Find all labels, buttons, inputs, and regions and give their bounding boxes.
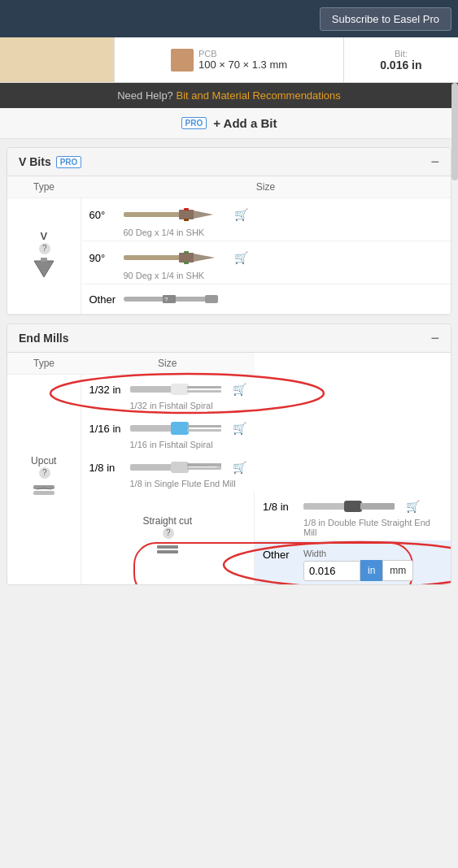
svg-rect-30 [187,467,221,470]
unit-in-button[interactable]: in [360,560,382,581]
upcut-help-icon[interactable]: ? [39,467,50,479]
vbits-col-size: Size [81,176,451,198]
upcut-1-32-cart-icon[interactable]: 🛒 [233,383,246,396]
straight-1-8-cell: 1/8 in 🛒 1/8 in Double Flute Straight En… [255,492,451,540]
vbit-60-desc: 60 Deg x 1/4 in SHK [89,228,443,237]
vbits-section: V Bits PRO − Type Size V ? [7,147,451,315]
straight-other-cell: Other Width in mm [255,540,451,584]
width-input-group: Width in mm [303,549,413,581]
svg-rect-3 [179,210,194,219]
upcut-1-8-image [130,456,228,479]
upcut-1-32-label: 1/32 in [89,384,125,396]
svg-marker-4 [194,210,213,219]
vbit-other-label: Other [89,293,119,306]
upcut-1-16-cell: 1/16 in 🛒 1/16 in Fishtail Spiral [81,414,255,453]
upcut-1-32-desc: 1/32 in Fishtail Spiral [89,401,246,410]
svg-marker-0 [34,261,54,277]
vbits-collapse-icon[interactable]: − [430,154,439,169]
svg-rect-32 [157,550,178,553]
upcut-1-32-cell: 1/32 in 🛒 1/32 in Fishtail Spiral [81,375,255,414]
straight-shape-icon [154,539,181,558]
endmills-collapse-icon[interactable]: − [430,331,439,345]
vbits-table: Type Size V ? [7,176,451,315]
help-bar: Need Help? Bit and Material Recommendati… [0,83,458,108]
upcut-1-8-label: 1/8 in [89,462,125,474]
upcut-1-8-cart-icon[interactable]: 🛒 [233,461,246,474]
add-bit-label[interactable]: + Add a Bit [213,116,277,130]
vbit-60-size: 60° 🛒 60 Deg x 1/4 in SHK [81,198,451,241]
svg-rect-13 [205,295,218,303]
bit-label: Bit: [395,49,408,59]
svg-rect-20 [187,386,221,388]
scrollbar[interactable] [451,83,458,180]
endmills-section: End Mills − Type Size Upcut ? [7,323,451,585]
width-input[interactable] [303,561,360,581]
svg-rect-5 [184,208,189,210]
svg-rect-7 [124,255,181,260]
svg-rect-17 [33,491,55,495]
bit-value: 0.016 in [380,59,421,72]
endmills-title: End Mills [19,332,68,345]
header-bit: Bit: 0.016 in [343,37,458,82]
svg-rect-23 [130,425,175,432]
vbit-90-image [124,245,229,271]
svg-rect-35 [360,503,395,510]
svg-text:?: ? [164,296,168,303]
svg-marker-9 [194,254,215,262]
vbit-help-icon[interactable]: ? [39,243,50,254]
header-left [0,37,114,82]
help-link[interactable]: Bit and Material Recommendations [176,89,340,102]
straight-1-8-cart-icon[interactable]: 🛒 [406,500,420,513]
unit-mm-button[interactable]: mm [382,560,413,581]
upcut-row-1: Upcut ? 1/32 in [7,375,451,414]
vbit-shape-icon [31,254,57,280]
endmills-table: Type Size Upcut ? [7,353,451,584]
vbit-row-60: V ? 60° [7,198,451,241]
svg-rect-28 [171,462,189,473]
upcut-1-16-image [130,417,228,440]
straight-help-icon[interactable]: ? [163,527,174,539]
svg-rect-33 [303,503,348,510]
vbits-pro-badge: PRO [56,156,82,168]
svg-rect-8 [179,253,194,263]
straight-1-8-label: 1/8 in [263,501,299,513]
svg-rect-27 [130,464,175,471]
subscribe-button[interactable]: Subscribe to Easel Pro [320,7,451,31]
upcut-1-16-desc: 1/16 in Fishtail Spiral [89,440,246,449]
svg-rect-25 [187,425,221,427]
vbit-90-cart-icon[interactable]: 🛒 [234,251,248,264]
vbits-col-type: Type [7,176,81,198]
svg-rect-18 [130,386,175,393]
vbit-type-label: V [15,230,72,242]
pro-badge: PRO [181,117,207,129]
vbit-other-size: Other ? [81,284,451,315]
help-text: Need Help? [117,89,173,102]
svg-rect-34 [344,501,362,512]
straight-1-8-image [303,495,401,518]
straight-1-8-desc: 1/8 in Double Flute Straight End Mill [263,518,443,537]
upcut-1-8-desc: 1/8 in Single Flute End Mill [89,479,246,488]
width-label: Width [303,549,413,558]
svg-rect-1 [41,258,47,262]
vbit-90-size: 90° 🛒 90 Deg x 1/4 in SHK [81,241,451,284]
svg-rect-10 [184,251,189,254]
vbits-header: V Bits PRO − [7,148,451,176]
svg-rect-26 [187,429,221,432]
straight-other-label: Other [263,549,299,561]
upcut-type-cell: Upcut ? [7,375,81,585]
svg-rect-24 [171,422,189,435]
svg-rect-19 [171,384,189,395]
vbit-60-label: 60° [89,209,119,221]
vbits-title: V Bits PRO [19,155,81,168]
vbit-60-cart-icon[interactable]: 🛒 [234,208,248,221]
pcb-label: PCB [198,49,287,59]
upcut-1-32-image [130,378,228,401]
header-pcb: PCB 100 × 70 × 1.3 mm [114,37,343,82]
endmills-header: End Mills − [7,324,451,353]
upcut-1-8-cell: 1/8 in 🛒 1/8 in Single Flute End Mill [81,453,255,492]
pcb-swatch [171,49,194,72]
upcut-1-16-cart-icon[interactable]: 🛒 [233,422,246,435]
add-bit-row[interactable]: PRO + Add a Bit [0,108,458,139]
straight-type-label: Straight cut [89,515,246,527]
svg-rect-11 [184,262,189,264]
